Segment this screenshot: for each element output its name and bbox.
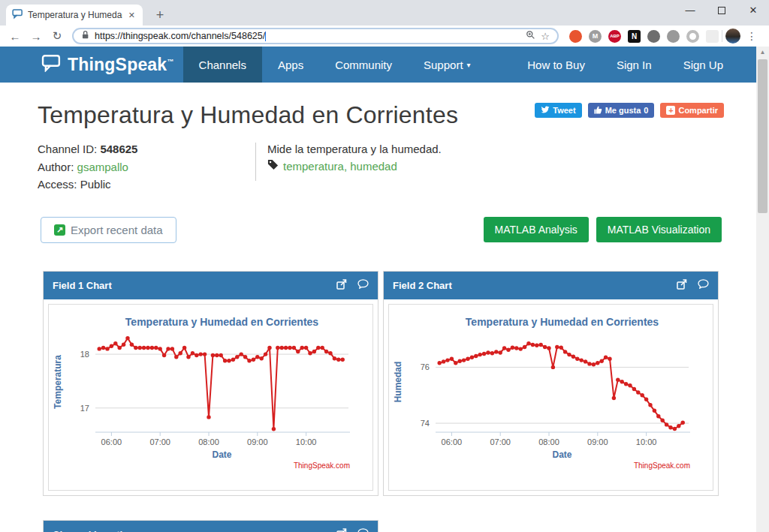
page-title: Temperatura y Humedad en Corrientes	[38, 101, 458, 129]
panel-title: Channel Location	[53, 529, 134, 532]
channel-id-value: 548625	[100, 143, 137, 155]
tab-title: Temperatura y Humedad en Corr	[28, 10, 122, 20]
nav-item-channels[interactable]: Channels	[183, 47, 262, 83]
author-row: Author: gsampallo	[38, 159, 255, 176]
close-window-button[interactable]: ✕	[737, 0, 769, 23]
adblock-plus-extension-icon[interactable]: ABP	[608, 30, 621, 43]
navbar-items: Channels Apps Community Support▾	[183, 47, 487, 83]
svg-text:76: 76	[421, 362, 430, 371]
svg-text:07:00: 07:00	[149, 437, 170, 446]
channel-location-header: Channel Location	[44, 521, 378, 532]
thingspeak-logo[interactable]: ThingSpeak™	[0, 47, 183, 83]
tag-link-temperatura[interactable]: temperatura	[283, 160, 344, 173]
field1-chart[interactable]: Temperatura y Humedad en Corrientes17180…	[48, 304, 373, 491]
channel-location-panel: Channel Location	[43, 520, 378, 532]
address-bar[interactable]: https://thingspeak.com/channels/548625/ …	[72, 28, 559, 44]
browser-tab[interactable]: Temperatura y Humedad en Corr ✕	[6, 5, 143, 26]
navbar-right: How to Buy Sign In Sign Up	[511, 47, 769, 83]
open-external-icon[interactable]	[336, 528, 347, 532]
field1-chart-panel: Field 1 Chart Temperatura y Humedad en C…	[43, 271, 378, 496]
svg-text:09:00: 09:00	[247, 437, 268, 446]
field1-panel-header: Field 1 Chart	[44, 272, 378, 299]
extensions-row: MABPN	[569, 30, 719, 43]
social-buttons: Tweet Me gusta 0 + Compartir	[535, 103, 724, 118]
svg-text:Date: Date	[552, 449, 571, 460]
scrollbar-thumb[interactable]	[758, 59, 767, 213]
forward-button[interactable]: →	[27, 30, 45, 43]
export-recent-data-button[interactable]: ↗ Export recent data	[41, 217, 176, 243]
like-count: 0	[644, 106, 648, 115]
profile-avatar[interactable]	[725, 29, 740, 44]
channel-description: Mide la temperatura y la humedad.	[267, 141, 442, 158]
svg-text:09:00: 09:00	[587, 437, 608, 446]
minimize-button[interactable]: —	[674, 0, 706, 23]
nav-item-apps[interactable]: Apps	[262, 47, 319, 83]
duckduckgo-extension-icon[interactable]	[569, 30, 582, 43]
tweet-button[interactable]: Tweet	[535, 103, 581, 118]
matlab-analysis-button[interactable]: MATLAB Analysis	[484, 217, 589, 242]
caret-down-icon: ▾	[467, 61, 471, 69]
channel-id-row: Channel ID: 548625	[38, 141, 255, 158]
field2-chart-panel: Field 2 Chart Temperatura y Humedad en C…	[383, 271, 719, 496]
field2-panel-header: Field 2 Chart	[384, 272, 718, 299]
reload-button[interactable]: ↻	[48, 29, 66, 43]
bookmark-star-icon[interactable]: ☆	[541, 31, 550, 42]
ring-extension-icon[interactable]	[686, 30, 699, 43]
text-caret	[265, 32, 266, 41]
svg-text:Humedad: Humedad	[393, 361, 403, 402]
back-button[interactable]: ←	[6, 30, 24, 43]
export-icon: ↗	[54, 224, 65, 236]
comment-icon[interactable]	[357, 528, 369, 532]
maximize-button[interactable]	[706, 0, 737, 23]
m-extension-icon[interactable]: M	[589, 30, 602, 43]
tag-icon	[267, 158, 279, 176]
compartir-share-button[interactable]: + Compartir	[660, 103, 724, 118]
svg-text:08:00: 08:00	[198, 437, 219, 446]
svg-text:74: 74	[421, 419, 430, 428]
tag-link-humedad[interactable]: humedad	[350, 160, 397, 173]
browser-menu-kebab-icon[interactable]: ⋮	[743, 30, 760, 42]
svg-text:ThingSpeak.com: ThingSpeak.com	[294, 461, 350, 470]
author-link[interactable]: gsampallo	[77, 161, 128, 173]
nav-item-sign-up[interactable]: Sign Up	[668, 47, 739, 83]
access-row: Access: Public	[38, 176, 255, 194]
nav-item-support[interactable]: Support▾	[408, 47, 487, 83]
scrollbar-up-arrow[interactable]: ▲	[756, 47, 769, 59]
svg-text:Temperatura y Humedad en Corri: Temperatura y Humedad en Corrientes	[466, 316, 659, 328]
toolbar-divider	[722, 30, 722, 42]
field2-chart[interactable]: Temperatura y Humedad en Corrientes74760…	[388, 304, 713, 491]
new-tab-button[interactable]: +	[150, 6, 170, 24]
thingspeak-navbar: ThingSpeak™ Channels Apps Community Supp…	[0, 47, 769, 83]
facebook-like-button[interactable]: Me gusta 0	[588, 103, 655, 118]
svg-text:18: 18	[80, 350, 89, 359]
open-external-icon[interactable]	[336, 279, 347, 292]
svg-text:Temperatura: Temperatura	[53, 354, 63, 408]
comment-icon[interactable]	[698, 279, 709, 291]
share-plus-icon: +	[666, 106, 675, 115]
window-controls: — ✕	[674, 0, 769, 23]
svg-text:Temperatura y Humedad en Corri: Temperatura y Humedad en Corrientes	[125, 316, 318, 328]
url-text[interactable]: https://thingspeak.com/channels/548625/	[95, 31, 520, 41]
brand-name: ThingSpeak™	[68, 55, 174, 75]
dot-extension-icon[interactable]	[667, 30, 680, 43]
tab-close-icon[interactable]: ✕	[127, 11, 137, 20]
tag-separator: ,	[344, 160, 350, 173]
disabled-grid-extension-icon[interactable]	[706, 30, 719, 43]
comment-icon[interactable]	[357, 279, 369, 291]
svg-text:08:00: 08:00	[538, 437, 559, 446]
svg-text:Date: Date	[212, 449, 231, 460]
swirl-extension-icon[interactable]	[647, 30, 660, 43]
nav-item-how-to-buy[interactable]: How to Buy	[511, 47, 601, 83]
nav-item-sign-in[interactable]: Sign In	[601, 47, 668, 83]
zoom-icon[interactable]	[526, 30, 535, 42]
nav-item-community[interactable]: Community	[319, 47, 408, 83]
tab-favicon-thingspeak-icon	[12, 8, 23, 23]
panel-title: Field 2 Chart	[393, 280, 452, 291]
matlab-visualization-button[interactable]: MATLAB Visualization	[596, 217, 722, 242]
notion-extension-icon[interactable]: N	[628, 30, 641, 43]
speech-bubble-logo-icon	[41, 54, 62, 75]
channel-info: Channel ID: 548625 Author: gsampallo Acc…	[0, 129, 769, 194]
page-scrollbar[interactable]: ▲	[756, 47, 769, 532]
open-external-icon[interactable]	[677, 279, 687, 292]
lock-icon	[81, 29, 89, 43]
